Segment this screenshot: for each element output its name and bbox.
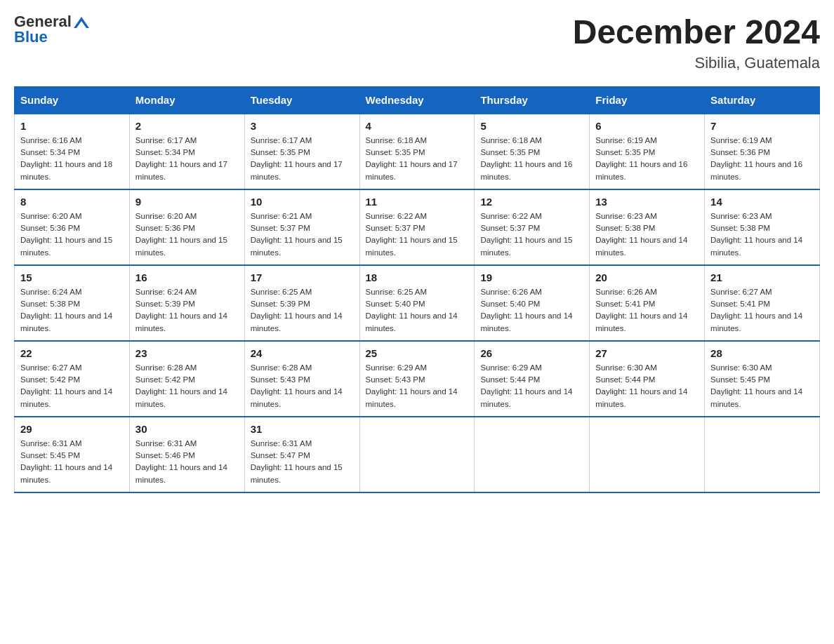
calendar-cell: 19 Sunrise: 6:26 AM Sunset: 5:40 PM Dayl… bbox=[475, 265, 590, 341]
day-info: Sunrise: 6:27 AM Sunset: 5:41 PM Dayligh… bbox=[710, 286, 814, 335]
calendar-cell: 11 Sunrise: 6:22 AM Sunset: 5:37 PM Dayl… bbox=[359, 189, 475, 265]
calendar-cell: 3 Sunrise: 6:17 AM Sunset: 5:35 PM Dayli… bbox=[244, 114, 359, 189]
day-number: 8 bbox=[20, 196, 124, 208]
day-info: Sunrise: 6:17 AM Sunset: 5:34 PM Dayligh… bbox=[135, 135, 239, 183]
day-info: Sunrise: 6:25 AM Sunset: 5:39 PM Dayligh… bbox=[251, 286, 354, 335]
calendar-cell: 17 Sunrise: 6:25 AM Sunset: 5:39 PM Dayl… bbox=[244, 265, 359, 341]
day-number: 3 bbox=[251, 120, 354, 132]
day-number: 17 bbox=[251, 271, 354, 283]
calendar-cell: 6 Sunrise: 6:19 AM Sunset: 5:35 PM Dayli… bbox=[590, 114, 705, 189]
day-number: 25 bbox=[366, 347, 469, 359]
calendar-cell: 24 Sunrise: 6:28 AM Sunset: 5:43 PM Dayl… bbox=[244, 341, 359, 417]
calendar-week-row: 29 Sunrise: 6:31 AM Sunset: 5:45 PM Dayl… bbox=[15, 417, 820, 492]
calendar-week-row: 22 Sunrise: 6:27 AM Sunset: 5:42 PM Dayl… bbox=[15, 341, 820, 417]
day-info: Sunrise: 6:16 AM Sunset: 5:34 PM Dayligh… bbox=[20, 135, 124, 183]
calendar-cell: 23 Sunrise: 6:28 AM Sunset: 5:42 PM Dayl… bbox=[129, 341, 244, 417]
day-info: Sunrise: 6:31 AM Sunset: 5:45 PM Dayligh… bbox=[20, 438, 124, 486]
calendar-header-wednesday: Wednesday bbox=[359, 86, 475, 114]
day-number: 4 bbox=[366, 120, 469, 132]
calendar-week-row: 15 Sunrise: 6:24 AM Sunset: 5:38 PM Dayl… bbox=[15, 265, 820, 341]
calendar-header-row: SundayMondayTuesdayWednesdayThursdayFrid… bbox=[15, 86, 820, 114]
calendar-cell: 10 Sunrise: 6:21 AM Sunset: 5:37 PM Dayl… bbox=[244, 189, 359, 265]
day-info: Sunrise: 6:27 AM Sunset: 5:42 PM Dayligh… bbox=[20, 362, 124, 410]
calendar-cell: 16 Sunrise: 6:24 AM Sunset: 5:39 PM Dayl… bbox=[129, 265, 244, 341]
day-number: 11 bbox=[366, 196, 469, 208]
calendar-table: SundayMondayTuesdayWednesdayThursdayFrid… bbox=[14, 86, 820, 493]
day-info: Sunrise: 6:30 AM Sunset: 5:45 PM Dayligh… bbox=[710, 362, 814, 410]
day-number: 15 bbox=[20, 271, 124, 283]
calendar-cell: 21 Sunrise: 6:27 AM Sunset: 5:41 PM Dayl… bbox=[705, 265, 820, 341]
day-info: Sunrise: 6:29 AM Sunset: 5:44 PM Dayligh… bbox=[480, 362, 583, 410]
title-section: December 2024 Sibilia, Guatemala bbox=[573, 14, 820, 72]
day-info: Sunrise: 6:20 AM Sunset: 5:36 PM Dayligh… bbox=[20, 210, 124, 259]
calendar-header-thursday: Thursday bbox=[475, 86, 590, 114]
day-info: Sunrise: 6:20 AM Sunset: 5:36 PM Dayligh… bbox=[135, 210, 239, 259]
day-info: Sunrise: 6:31 AM Sunset: 5:47 PM Dayligh… bbox=[251, 438, 354, 486]
calendar-cell: 20 Sunrise: 6:26 AM Sunset: 5:41 PM Dayl… bbox=[590, 265, 705, 341]
day-number: 28 bbox=[710, 347, 814, 359]
day-number: 21 bbox=[710, 271, 814, 283]
day-number: 14 bbox=[710, 196, 814, 208]
day-info: Sunrise: 6:24 AM Sunset: 5:39 PM Dayligh… bbox=[135, 286, 239, 335]
day-info: Sunrise: 6:29 AM Sunset: 5:43 PM Dayligh… bbox=[366, 362, 469, 410]
day-number: 18 bbox=[366, 271, 469, 283]
calendar-cell bbox=[359, 417, 475, 492]
day-number: 12 bbox=[480, 196, 583, 208]
day-number: 16 bbox=[135, 271, 239, 283]
logo-blue-text: Blue bbox=[14, 28, 48, 46]
day-info: Sunrise: 6:26 AM Sunset: 5:40 PM Dayligh… bbox=[480, 286, 583, 335]
day-info: Sunrise: 6:26 AM Sunset: 5:41 PM Dayligh… bbox=[595, 286, 699, 335]
day-info: Sunrise: 6:19 AM Sunset: 5:36 PM Dayligh… bbox=[710, 135, 814, 183]
month-title: December 2024 bbox=[573, 14, 820, 51]
calendar-cell: 9 Sunrise: 6:20 AM Sunset: 5:36 PM Dayli… bbox=[129, 189, 244, 265]
calendar-cell: 5 Sunrise: 6:18 AM Sunset: 5:35 PM Dayli… bbox=[475, 114, 590, 189]
calendar-cell bbox=[475, 417, 590, 492]
calendar-cell: 1 Sunrise: 6:16 AM Sunset: 5:34 PM Dayli… bbox=[15, 114, 130, 189]
location-title: Sibilia, Guatemala bbox=[573, 54, 820, 72]
calendar-cell: 28 Sunrise: 6:30 AM Sunset: 5:45 PM Dayl… bbox=[705, 341, 820, 417]
calendar-cell: 30 Sunrise: 6:31 AM Sunset: 5:46 PM Dayl… bbox=[129, 417, 244, 492]
day-number: 6 bbox=[595, 120, 699, 132]
calendar-week-row: 8 Sunrise: 6:20 AM Sunset: 5:36 PM Dayli… bbox=[15, 189, 820, 265]
day-number: 27 bbox=[595, 347, 699, 359]
calendar-cell: 27 Sunrise: 6:30 AM Sunset: 5:44 PM Dayl… bbox=[590, 341, 705, 417]
calendar-cell: 22 Sunrise: 6:27 AM Sunset: 5:42 PM Dayl… bbox=[15, 341, 130, 417]
day-info: Sunrise: 6:23 AM Sunset: 5:38 PM Dayligh… bbox=[710, 210, 814, 259]
calendar-cell: 15 Sunrise: 6:24 AM Sunset: 5:38 PM Dayl… bbox=[15, 265, 130, 341]
calendar-cell: 26 Sunrise: 6:29 AM Sunset: 5:44 PM Dayl… bbox=[475, 341, 590, 417]
calendar-cell: 14 Sunrise: 6:23 AM Sunset: 5:38 PM Dayl… bbox=[705, 189, 820, 265]
day-number: 23 bbox=[135, 347, 239, 359]
day-number: 29 bbox=[20, 423, 124, 435]
day-info: Sunrise: 6:30 AM Sunset: 5:44 PM Dayligh… bbox=[595, 362, 699, 410]
calendar-cell: 31 Sunrise: 6:31 AM Sunset: 5:47 PM Dayl… bbox=[244, 417, 359, 492]
page-header: General Blue December 2024 Sibilia, Guat… bbox=[14, 14, 820, 72]
day-number: 24 bbox=[251, 347, 354, 359]
calendar-header-sunday: Sunday bbox=[15, 86, 130, 114]
calendar-header-friday: Friday bbox=[590, 86, 705, 114]
day-number: 22 bbox=[20, 347, 124, 359]
calendar-cell: 18 Sunrise: 6:25 AM Sunset: 5:40 PM Dayl… bbox=[359, 265, 475, 341]
day-info: Sunrise: 6:23 AM Sunset: 5:38 PM Dayligh… bbox=[595, 210, 699, 259]
logo: General Blue bbox=[14, 14, 89, 45]
day-info: Sunrise: 6:24 AM Sunset: 5:38 PM Dayligh… bbox=[20, 286, 124, 335]
day-number: 20 bbox=[595, 271, 699, 283]
calendar-cell: 12 Sunrise: 6:22 AM Sunset: 5:37 PM Dayl… bbox=[475, 189, 590, 265]
day-number: 2 bbox=[135, 120, 239, 132]
day-info: Sunrise: 6:28 AM Sunset: 5:42 PM Dayligh… bbox=[135, 362, 239, 410]
day-info: Sunrise: 6:28 AM Sunset: 5:43 PM Dayligh… bbox=[251, 362, 354, 410]
day-number: 7 bbox=[710, 120, 814, 132]
day-number: 31 bbox=[251, 423, 354, 435]
calendar-cell bbox=[590, 417, 705, 492]
day-info: Sunrise: 6:31 AM Sunset: 5:46 PM Dayligh… bbox=[135, 438, 239, 486]
calendar-header-monday: Monday bbox=[129, 86, 244, 114]
day-info: Sunrise: 6:19 AM Sunset: 5:35 PM Dayligh… bbox=[595, 135, 699, 183]
day-info: Sunrise: 6:18 AM Sunset: 5:35 PM Dayligh… bbox=[480, 135, 583, 183]
day-info: Sunrise: 6:25 AM Sunset: 5:40 PM Dayligh… bbox=[366, 286, 469, 335]
day-number: 26 bbox=[480, 347, 583, 359]
logo-triangle-icon bbox=[74, 15, 89, 29]
day-number: 9 bbox=[135, 196, 239, 208]
day-number: 5 bbox=[480, 120, 583, 132]
calendar-header-saturday: Saturday bbox=[705, 86, 820, 114]
calendar-cell: 8 Sunrise: 6:20 AM Sunset: 5:36 PM Dayli… bbox=[15, 189, 130, 265]
day-info: Sunrise: 6:18 AM Sunset: 5:35 PM Dayligh… bbox=[366, 135, 469, 183]
